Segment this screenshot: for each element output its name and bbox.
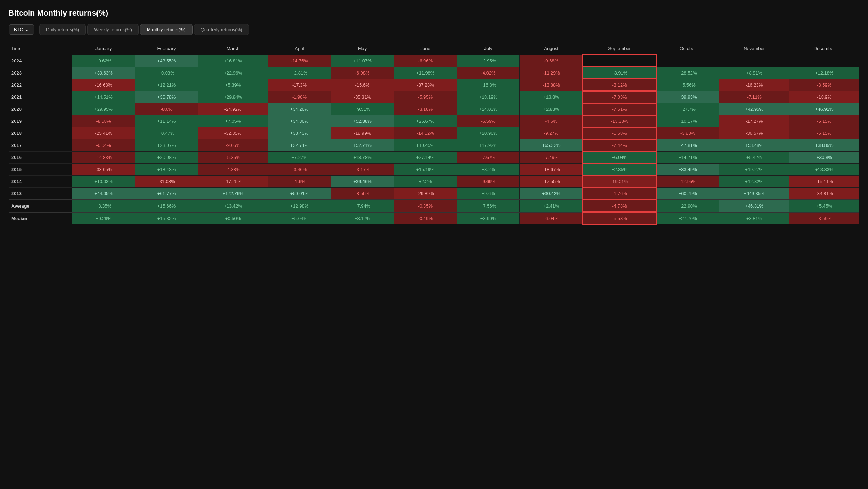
table-cell: -7.03%	[583, 91, 656, 103]
table-row: 2016-14.83%+20.08%-5.35%+7.27%+18.78%+27…	[9, 152, 859, 164]
summary-row: Average+3.35%+15.66%+13.42%+12.98%+7.94%…	[9, 200, 859, 212]
table-cell: +34.26%	[268, 103, 331, 115]
tab-monthly[interactable]: Monthly returns(%)	[140, 24, 193, 35]
table-row: 2024+0.62%+43.55%+16.81%-14.76%+11.07%-6…	[9, 55, 859, 67]
table-cell: -0.68%	[520, 55, 583, 67]
table-cell: +0.47%	[135, 127, 198, 139]
tab-quarterly[interactable]: Quarterly returns(%)	[194, 24, 249, 35]
table-cell: -37.28%	[394, 79, 457, 91]
table-cell: +53.48%	[719, 139, 789, 152]
table-cell: +10.17%	[656, 115, 719, 127]
table-cell: +13.8%	[520, 91, 583, 103]
table-cell: -5.15%	[789, 127, 859, 139]
table-cell	[583, 55, 656, 67]
table-cell: +2.2%	[394, 176, 457, 188]
table-cell: +10.45%	[394, 139, 457, 152]
year-cell: 2018	[9, 127, 72, 139]
table-cell: +5.56%	[656, 79, 719, 91]
table-cell: -19.01%	[583, 176, 656, 188]
table-cell: -8.58%	[72, 115, 135, 127]
year-cell: 2021	[9, 91, 72, 103]
table-cell: +7.27%	[268, 152, 331, 164]
table-cell: -3.59%	[789, 79, 859, 91]
table-cell: +5.42%	[719, 152, 789, 164]
table-cell: +34.36%	[268, 115, 331, 127]
table-cell: +65.32%	[520, 139, 583, 152]
table-cell: +6.04%	[583, 152, 656, 164]
table-cell: -4.6%	[520, 115, 583, 127]
table-cell: +449.35%	[719, 188, 789, 200]
table-cell: -3.17%	[331, 164, 394, 176]
table-cell: +39.93%	[656, 91, 719, 103]
col-header-jun: June	[394, 42, 457, 55]
table-row: 2020+29.95%-8.6%-24.92%+34.26%+9.51%-3.1…	[9, 103, 859, 115]
table-cell: +32.71%	[268, 139, 331, 152]
table-cell: -3.59%	[789, 212, 859, 224]
table-cell: -5.95%	[394, 91, 457, 103]
table-cell: +42.95%	[719, 103, 789, 115]
table-cell: +10.03%	[72, 176, 135, 188]
summary-label: Average	[9, 200, 72, 212]
table-cell: -0.49%	[394, 212, 457, 224]
table-cell: +16.8%	[457, 79, 520, 91]
table-cell: -3.83%	[656, 127, 719, 139]
table-cell: -25.41%	[72, 127, 135, 139]
table-cell: +23.07%	[135, 139, 198, 152]
table-cell: -0.04%	[72, 139, 135, 152]
col-header-mar: March	[198, 42, 268, 55]
table-cell: +15.32%	[135, 212, 198, 224]
table-cell: +18.19%	[457, 91, 520, 103]
table-cell: -33.05%	[72, 164, 135, 176]
table-cell: +27.14%	[394, 152, 457, 164]
summary-row: Median+0.29%+15.32%+0.50%+5.04%+3.17%-0.…	[9, 212, 859, 224]
col-header-aug: August	[520, 42, 583, 55]
ticker-selector[interactable]: BTC ⌄	[9, 24, 34, 35]
table-cell: +27.7%	[656, 103, 719, 115]
table-cell: +30.42%	[520, 188, 583, 200]
table-cell: -8.56%	[331, 188, 394, 200]
table-cell: +17.92%	[457, 139, 520, 152]
table-cell: -1.98%	[268, 91, 331, 103]
col-header-sep: September	[583, 42, 656, 55]
table-cell: +12.82%	[719, 176, 789, 188]
table-cell: +19.27%	[719, 164, 789, 176]
tab-daily[interactable]: Daily returns(%)	[39, 24, 86, 35]
table-cell: -9.69%	[457, 176, 520, 188]
table-cell	[719, 55, 789, 67]
table-row: 2014+10.03%-31.03%-17.25%-1.6%+39.46%+2.…	[9, 176, 859, 188]
table-cell: -16.68%	[72, 79, 135, 91]
table-cell: -12.95%	[656, 176, 719, 188]
col-header-time: Time	[9, 42, 72, 55]
table-cell: +22.96%	[198, 67, 268, 79]
table-cell: -8.6%	[135, 103, 198, 115]
table-cell: -24.92%	[198, 103, 268, 115]
year-cell: 2017	[9, 139, 72, 152]
table-cell: +61.77%	[135, 188, 198, 200]
table-cell: +60.79%	[656, 188, 719, 200]
returns-table: Time January February March April May Ju…	[9, 42, 859, 224]
table-cell: +2.81%	[268, 67, 331, 79]
table-cell: +3.17%	[331, 212, 394, 224]
table-cell: +9.6%	[457, 188, 520, 200]
table-cell: +8.2%	[457, 164, 520, 176]
table-cell: +29.84%	[198, 91, 268, 103]
table-cell: -1.6%	[268, 176, 331, 188]
table-cell: -3.18%	[394, 103, 457, 115]
table-cell: +33.43%	[268, 127, 331, 139]
table-cell: -11.29%	[520, 67, 583, 79]
tab-weekly[interactable]: Weekly returns(%)	[87, 24, 139, 35]
table-cell: +2.41%	[520, 200, 583, 212]
table-cell: -31.03%	[135, 176, 198, 188]
table-cell: -18.99%	[331, 127, 394, 139]
table-cell: +20.96%	[457, 127, 520, 139]
table-cell: +13.83%	[789, 164, 859, 176]
table-cell: -29.89%	[394, 188, 457, 200]
col-header-may: May	[331, 42, 394, 55]
summary-label: Median	[9, 212, 72, 224]
col-header-oct: October	[656, 42, 719, 55]
col-header-jul: July	[457, 42, 520, 55]
year-cell: 2019	[9, 115, 72, 127]
table-cell: -17.55%	[520, 176, 583, 188]
table-cell: +18.43%	[135, 164, 198, 176]
table-cell: +8.81%	[719, 67, 789, 79]
